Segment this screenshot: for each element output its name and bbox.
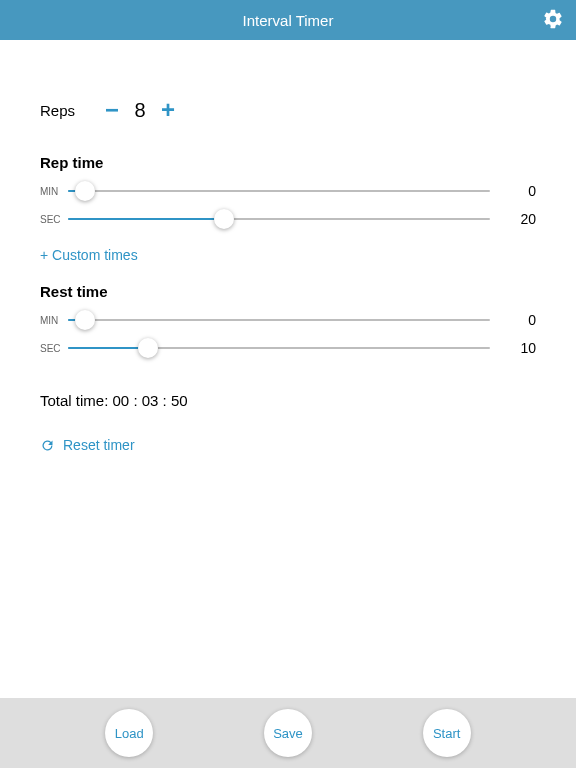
reps-row: Reps − 8 +: [40, 96, 536, 124]
slider-fill: [68, 347, 148, 349]
rest-time-min-row: MIN 0: [40, 312, 536, 328]
rest-time-sec-slider[interactable]: [68, 347, 490, 349]
total-time-label: Total time:: [40, 392, 108, 409]
rest-time-sec-row: SEC 10: [40, 340, 536, 356]
reps-value: 8: [125, 99, 155, 122]
reps-increment-button[interactable]: +: [155, 96, 181, 124]
total-time: Total time: 00 : 03 : 50: [40, 392, 536, 409]
rest-time-sec-label: SEC: [40, 343, 68, 354]
rest-time-title: Rest time: [40, 283, 536, 300]
main-content: Reps − 8 + Rep time MIN 0 SEC 20 + Custo…: [0, 96, 576, 453]
footer: Load Save Start: [0, 698, 576, 768]
rep-time-min-label: MIN: [40, 186, 68, 197]
gear-icon: [542, 8, 564, 30]
rep-time-min-slider[interactable]: [68, 190, 490, 192]
refresh-icon: [40, 438, 55, 453]
slider-thumb[interactable]: [138, 338, 158, 358]
load-button[interactable]: Load: [105, 709, 153, 757]
settings-button[interactable]: [542, 8, 564, 34]
rest-time-min-label: MIN: [40, 315, 68, 326]
rep-time-min-row: MIN 0: [40, 183, 536, 199]
total-time-value: 00 : 03 : 50: [113, 392, 188, 409]
rep-time-sec-value: 20: [508, 211, 536, 227]
slider-thumb[interactable]: [75, 310, 95, 330]
rep-time-sec-row: SEC 20: [40, 211, 536, 227]
reps-decrement-button[interactable]: −: [99, 96, 125, 124]
rest-time-min-value: 0: [508, 312, 536, 328]
page-title: Interval Timer: [243, 12, 334, 29]
header: Interval Timer: [0, 0, 576, 40]
reps-label: Reps: [40, 102, 75, 119]
slider-fill: [68, 218, 224, 220]
rep-time-sec-label: SEC: [40, 214, 68, 225]
slider-thumb[interactable]: [75, 181, 95, 201]
rest-time-min-slider[interactable]: [68, 319, 490, 321]
rep-time-sec-slider[interactable]: [68, 218, 490, 220]
rep-time-title: Rep time: [40, 154, 536, 171]
custom-times-button[interactable]: + Custom times: [40, 247, 536, 263]
reset-timer-button[interactable]: Reset timer: [40, 437, 536, 453]
slider-thumb[interactable]: [214, 209, 234, 229]
save-button[interactable]: Save: [264, 709, 312, 757]
reset-timer-label: Reset timer: [63, 437, 135, 453]
start-button[interactable]: Start: [423, 709, 471, 757]
rest-time-sec-value: 10: [508, 340, 536, 356]
rep-time-min-value: 0: [508, 183, 536, 199]
